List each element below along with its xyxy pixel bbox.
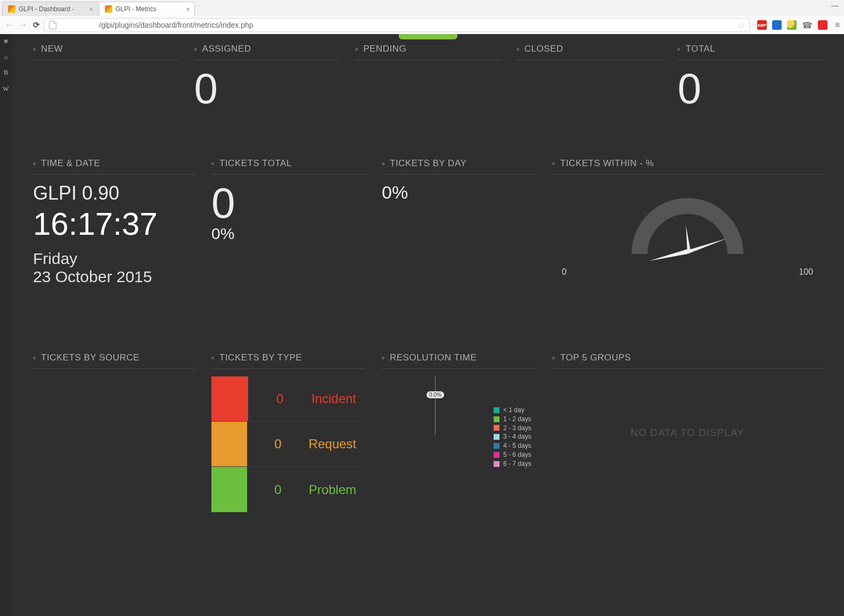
browser-tab-dashboard[interactable]: GLPI - Dashboard - × — [2, 2, 98, 16]
browser-chrome: GLPI - Dashboard - × GLPI - Metrics × — … — [0, 0, 844, 34]
ext-blue-icon[interactable] — [772, 20, 782, 30]
legend-swatch — [494, 425, 499, 431]
extension-icons: ABP ☎ ≡ — [757, 20, 840, 30]
card-value: 0 — [677, 68, 823, 110]
legend-row: 1 - 2 days — [494, 415, 531, 424]
legend-label: 2 - 3 days — [503, 424, 531, 433]
close-icon[interactable]: × — [186, 5, 190, 13]
sidebar-link-w[interactable]: W — [3, 85, 9, 93]
type-swatch — [211, 376, 248, 421]
type-row-incident: 0 Incident — [211, 376, 366, 422]
app-menu-icon[interactable]: ≡ — [4, 37, 8, 45]
ext-phone-icon[interactable]: ☎ — [802, 20, 813, 30]
card-header: TOTAL — [677, 44, 823, 60]
card-header: TICKETS BY SOURCE — [33, 352, 195, 369]
card-header: TOP 5 GROUPS — [552, 352, 823, 369]
page-body: ≡ ⌂ B W NEW ASSIGNED 0 PENDING CLOSED — [0, 34, 844, 616]
top-accent-pill — [399, 34, 457, 39]
legend-row: 5 - 6 days — [494, 450, 531, 459]
card-assigned: ASSIGNED 0 — [194, 44, 340, 110]
gauge-chart: 0 100 — [552, 182, 823, 289]
legend-row: 6 - 7 days — [494, 459, 531, 469]
legend-row: < 1 day — [494, 406, 531, 415]
card-tickets-by-type: TICKETS BY TYPE 0 Incident 0 Request — [211, 352, 366, 512]
card-resolution-time: RESOLUTION TIME 0.0% < 1 day 1 - 2 days … — [382, 352, 536, 512]
card-header: TICKETS WITHIN - % — [552, 158, 823, 175]
gauge-min: 0 — [562, 267, 567, 277]
metrics-row-3: TICKETS BY SOURCE TICKETS BY TYPE 0 Inci… — [33, 352, 823, 512]
legend-swatch — [494, 443, 499, 449]
tickets-by-day-pct: 0% — [382, 182, 536, 203]
legend-swatch — [494, 461, 499, 467]
card-header: TICKETS TOTAL — [211, 158, 366, 175]
card-tickets-total: TICKETS TOTAL 0 0% — [211, 158, 366, 289]
url-bar[interactable]: /glpi/plugins/dashboard/front/metrics/in… — [44, 18, 750, 32]
minimize-icon[interactable]: — — [831, 1, 839, 10]
tab-favicon — [105, 5, 112, 13]
card-closed: CLOSED — [517, 44, 662, 110]
weekday: Friday — [33, 250, 195, 268]
card-pending: PENDING — [355, 44, 501, 110]
svg-marker-1 — [686, 233, 727, 257]
nav-back-icon[interactable]: ← — [4, 20, 14, 31]
legend-row: 4 - 5 days — [494, 441, 531, 450]
browser-tab-metrics[interactable]: GLPI - Metrics × — [99, 2, 195, 16]
bookmark-star-icon[interactable]: ☆ — [738, 20, 745, 30]
tickets-total-pct: 0% — [211, 225, 366, 243]
legend-swatch — [494, 452, 499, 458]
page-icon — [49, 21, 56, 29]
legend-label: 6 - 7 days — [503, 459, 531, 469]
type-count: 0 — [247, 422, 308, 466]
legend-label: < 1 day — [503, 406, 525, 415]
legend-swatch — [494, 416, 499, 422]
browser-menu-icon[interactable]: ≡ — [835, 20, 840, 30]
sidebar-link-b[interactable]: B — [4, 69, 8, 77]
legend-label: 3 - 4 days — [503, 432, 531, 441]
reload-icon[interactable]: ⟳ — [33, 20, 40, 30]
ext-green-icon[interactable] — [787, 20, 797, 30]
card-header: CLOSED — [517, 44, 662, 60]
zero-badge: 0.0% — [427, 391, 444, 398]
url-text: /glpi/plugins/dashboard/front/metrics/in… — [99, 21, 253, 29]
nav-forward-icon[interactable]: → — [18, 20, 28, 31]
card-header: TICKETS BY DAY — [382, 158, 536, 175]
app-sidebar: ≡ ⌂ B W — [0, 34, 12, 616]
gauge-labels: 0 100 — [552, 267, 823, 277]
type-swatch — [211, 467, 247, 512]
type-list: 0 Incident 0 Request 0 Problem — [211, 376, 366, 512]
date: 23 October 2015 — [33, 268, 195, 286]
type-row-request: 0 Request — [211, 422, 366, 467]
legend-swatch — [494, 407, 499, 413]
close-icon[interactable]: × — [89, 5, 93, 13]
clock: 16:17:37 — [33, 206, 195, 242]
type-row-problem: 0 Problem — [211, 467, 366, 512]
legend-label: 5 - 6 days — [503, 450, 531, 459]
resolution-legend: < 1 day 1 - 2 days 2 - 3 days 3 - 4 days… — [494, 406, 531, 494]
type-count: 0 — [248, 376, 312, 421]
resolution-axis: 0.0% — [430, 376, 494, 494]
type-label: Incident — [312, 376, 366, 421]
card-header: PENDING — [355, 44, 501, 60]
card-value: 0 — [194, 68, 340, 110]
card-header: TIME & DATE — [33, 158, 195, 175]
ext-abp-icon[interactable]: ABP — [757, 20, 767, 30]
card-header: TICKETS BY TYPE — [211, 352, 366, 369]
tab-title: GLPI - Dashboard - — [19, 5, 74, 13]
nav-bar: ← → ⟳ /glpi/plugins/dashboard/front/metr… — [0, 16, 844, 34]
legend-label: 4 - 5 days — [503, 441, 531, 450]
card-tickets-within: TICKETS WITHIN - % 0 100 — [552, 158, 823, 289]
no-data-message: no data to display — [552, 376, 823, 439]
home-icon[interactable]: ⌂ — [4, 54, 8, 60]
status-row: NEW ASSIGNED 0 PENDING CLOSED TOTAL 0 — [33, 44, 823, 110]
type-swatch — [211, 422, 247, 466]
legend-row: 3 - 4 days — [494, 432, 531, 441]
resolution-chart: 0.0% < 1 day 1 - 2 days 2 - 3 days 3 - 4… — [382, 376, 536, 494]
card-top-groups: TOP 5 GROUPS no data to display — [552, 352, 823, 512]
type-count: 0 — [247, 467, 308, 512]
tickets-total-value: 0 — [211, 182, 366, 225]
legend-label: 1 - 2 days — [503, 415, 531, 424]
tab-title: GLPI - Metrics — [116, 5, 157, 13]
ext-red-icon[interactable] — [818, 20, 827, 30]
card-total: TOTAL 0 — [677, 44, 823, 110]
legend-swatch — [494, 434, 499, 440]
